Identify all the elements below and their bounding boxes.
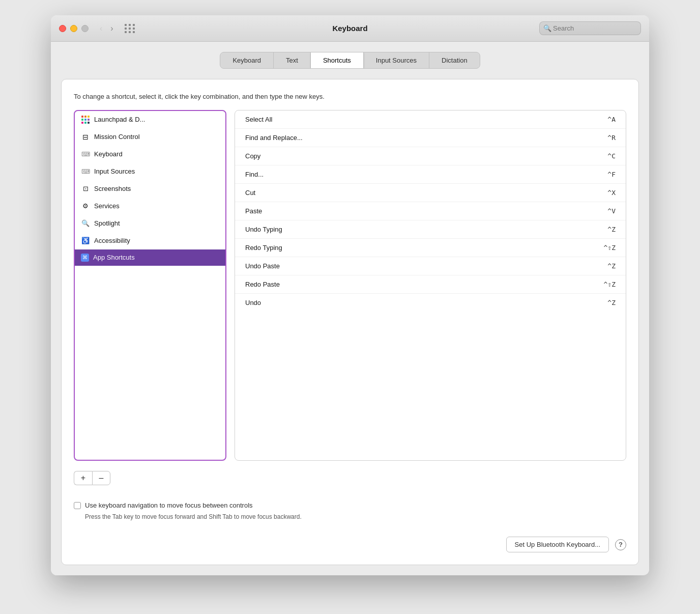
sidebar-item-label: App Shortcuts — [93, 254, 135, 261]
back-button[interactable]: ‹ — [97, 22, 105, 35]
sidebar-item-label: Keyboard — [94, 150, 123, 158]
sidebar-item-label: Spotlight — [94, 219, 120, 227]
shortcut-row-copy[interactable]: Copy ^C — [235, 147, 626, 165]
shortcut-key: ^A — [607, 116, 616, 123]
grid-dot — [125, 31, 127, 33]
shortcut-name: Undo — [245, 299, 261, 306]
sidebar-item-launchpad[interactable]: Launchpad & D... — [75, 111, 225, 128]
shortcut-row-find-replace[interactable]: Find and Replace... ^R — [235, 129, 626, 147]
shortcut-name: Find... — [245, 171, 264, 178]
shortcut-name: Find and Replace... — [245, 134, 303, 142]
sidebar-item-label: Launchpad & D... — [94, 116, 145, 123]
footer-row: Set Up Bluetooth Keyboard... ? — [74, 528, 626, 552]
grid-dot — [133, 27, 135, 30]
maximize-button[interactable] — [81, 25, 89, 32]
remove-shortcut-button[interactable]: – — [92, 471, 110, 485]
shortcut-key: ^R — [607, 134, 616, 142]
keyboard-nav-checkbox[interactable] — [74, 502, 81, 509]
sidebar-item-input-sources[interactable]: ⌨ Input Sources — [75, 163, 225, 180]
main-panel: To change a shortcut, select it, click t… — [61, 79, 639, 565]
keyboard-nav-label: Use keyboard navigation to move focus be… — [85, 501, 253, 509]
tabs-row: Keyboard Text Shortcuts Input Sources Di… — [61, 52, 639, 69]
traffic-lights — [59, 25, 89, 32]
shortcuts-container: Launchpad & D... ⊟ Mission Control ⌨ Key… — [74, 110, 626, 461]
instruction-text: To change a shortcut, select it, click t… — [74, 92, 626, 102]
tab-shortcuts[interactable]: Shortcuts — [311, 52, 364, 68]
shortcut-name: Copy — [245, 152, 260, 160]
tab-input-sources[interactable]: Input Sources — [364, 52, 429, 68]
shortcut-row-redo-paste[interactable]: Redo Paste ^⇧Z — [235, 275, 626, 294]
sidebar-item-label: Screenshots — [94, 185, 131, 192]
sidebar-item-accessibility[interactable]: ♿ Accessibility — [75, 232, 225, 249]
titlebar: ‹ › Keyboard 🔍 — [51, 15, 649, 42]
shortcut-name: Paste — [245, 207, 262, 215]
grid-dot — [133, 24, 135, 26]
sidebar-item-services[interactable]: ⚙ Services — [75, 198, 225, 215]
keyboard-nav-row: Use keyboard navigation to move focus be… — [74, 501, 626, 509]
shortcut-name: Undo Typing — [245, 226, 282, 233]
launchpad-icon — [81, 115, 90, 124]
sidebar-item-app-shortcuts[interactable]: ⌘ App Shortcuts — [75, 249, 225, 266]
content-area: Keyboard Text Shortcuts Input Sources Di… — [51, 42, 649, 575]
input-sources-icon: ⌨ — [81, 167, 90, 176]
add-remove-row: + – — [74, 471, 626, 485]
shortcut-key: ^V — [607, 207, 616, 215]
shortcut-row-find[interactable]: Find... ^F — [235, 165, 626, 184]
nav-buttons: ‹ › — [97, 22, 116, 35]
keyboard-icon: ⌨ — [81, 150, 90, 159]
help-button[interactable]: ? — [615, 539, 626, 550]
shortcut-name: Select All — [245, 116, 272, 123]
close-button[interactable] — [59, 25, 66, 32]
minimize-button[interactable] — [70, 25, 77, 32]
shortcut-key: ^⇧Z — [604, 281, 616, 288]
services-icon: ⚙ — [81, 202, 90, 211]
shortcut-row-select-all[interactable]: Select All ^A — [235, 110, 626, 129]
shortcut-key: ^Z — [607, 262, 616, 270]
tabs-container: Keyboard Text Shortcuts Input Sources Di… — [220, 52, 480, 69]
window-title: Keyboard — [332, 24, 367, 33]
shortcut-key: ^Z — [607, 299, 616, 306]
tab-text[interactable]: Text — [274, 52, 311, 68]
shortcut-name: Cut — [245, 189, 255, 197]
sidebar-item-label: Mission Control — [94, 133, 140, 141]
sidebar-item-label: Services — [94, 202, 120, 210]
grid-dot — [129, 31, 131, 33]
grid-dot — [125, 24, 127, 26]
tab-keyboard[interactable]: Keyboard — [220, 52, 274, 68]
tab-helper-text: Press the Tab key to move focus forward … — [85, 513, 626, 520]
shortcut-key: ^F — [607, 171, 616, 178]
shortcut-row-redo-typing[interactable]: Redo Typing ^⇧Z — [235, 239, 626, 257]
bottom-section: Use keyboard navigation to move focus be… — [74, 493, 626, 520]
sidebar-item-label: Accessibility — [94, 237, 130, 244]
sidebar-item-keyboard[interactable]: ⌨ Keyboard — [75, 146, 225, 163]
shortcut-row-paste[interactable]: Paste ^V — [235, 202, 626, 220]
shortcut-row-undo[interactable]: Undo ^Z — [235, 294, 626, 312]
shortcut-name: Undo Paste — [245, 262, 280, 270]
shortcut-row-undo-paste[interactable]: Undo Paste ^Z — [235, 257, 626, 275]
sidebar-item-mission-control[interactable]: ⊟ Mission Control — [75, 128, 225, 146]
bluetooth-keyboard-button[interactable]: Set Up Bluetooth Keyboard... — [506, 537, 609, 552]
grid-icon[interactable] — [125, 24, 135, 33]
shortcut-row-cut[interactable]: Cut ^X — [235, 184, 626, 202]
grid-dot — [129, 27, 131, 30]
sidebar-item-screenshots[interactable]: ⊡ Screenshots — [75, 180, 225, 198]
shortcut-key: ^X — [607, 189, 616, 197]
sidebar-item-spotlight[interactable]: 🔍 Spotlight — [75, 215, 225, 232]
shortcuts-panel: Select All ^A Find and Replace... ^R Cop… — [235, 110, 626, 461]
tab-dictation[interactable]: Dictation — [429, 52, 480, 68]
shortcut-row-undo-typing[interactable]: Undo Typing ^Z — [235, 220, 626, 239]
search-input[interactable] — [539, 21, 641, 35]
shortcut-key: ^⇧Z — [604, 244, 616, 252]
grid-dot — [129, 24, 131, 26]
add-shortcut-button[interactable]: + — [74, 471, 92, 485]
shortcut-name: Redo Paste — [245, 281, 280, 288]
shortcut-key: ^Z — [607, 226, 616, 233]
mission-control-icon: ⊟ — [81, 132, 90, 142]
forward-button[interactable]: › — [107, 22, 116, 35]
sidebar-item-label: Input Sources — [94, 168, 135, 175]
shortcut-key: ^C — [607, 152, 616, 160]
shortcut-name: Redo Typing — [245, 244, 282, 252]
screenshots-icon: ⊡ — [81, 184, 90, 193]
keyboard-window: ‹ › Keyboard 🔍 Keyboa — [51, 15, 649, 575]
accessibility-icon: ♿ — [81, 236, 90, 245]
